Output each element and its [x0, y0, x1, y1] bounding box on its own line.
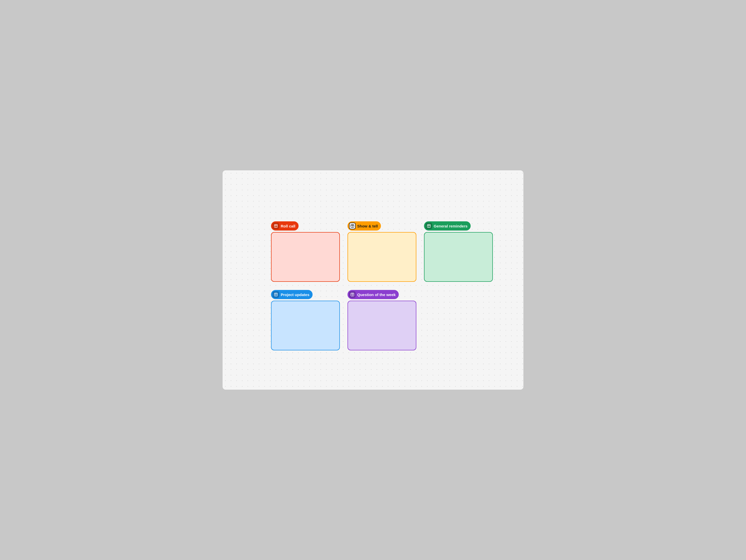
question-label: Question of the week	[347, 290, 399, 299]
general-reminders-icon	[426, 223, 432, 229]
general-reminders-label: General reminders	[424, 221, 471, 230]
project-updates-body	[271, 301, 340, 351]
cards-container: Roll call Show & tell	[271, 221, 493, 351]
question-text: Question of the week	[357, 292, 396, 297]
show-tell-text: Show & tell	[357, 224, 378, 228]
card-show-tell[interactable]: Show & tell	[347, 221, 417, 282]
question-body	[347, 301, 417, 351]
show-tell-body	[347, 232, 417, 282]
card-project-updates[interactable]: Project updates	[271, 290, 340, 351]
project-updates-label: Project updates	[271, 290, 313, 299]
card-question[interactable]: Question of the week	[347, 290, 417, 351]
project-updates-icon	[272, 291, 279, 298]
show-tell-icon	[349, 223, 356, 229]
show-tell-label: Show & tell	[347, 221, 381, 230]
card-roll-call[interactable]: Roll call	[271, 221, 340, 282]
roll-call-body	[271, 232, 340, 282]
roll-call-icon	[272, 223, 279, 229]
roll-call-label: Roll call	[271, 221, 298, 230]
general-reminders-text: General reminders	[434, 224, 467, 228]
project-updates-text: Project updates	[281, 292, 310, 297]
canvas: Roll call Show & tell	[223, 170, 523, 390]
general-reminders-body	[424, 232, 493, 282]
roll-call-text: Roll call	[281, 224, 295, 228]
question-icon	[349, 291, 356, 298]
card-general-reminders[interactable]: General reminders	[424, 221, 493, 282]
